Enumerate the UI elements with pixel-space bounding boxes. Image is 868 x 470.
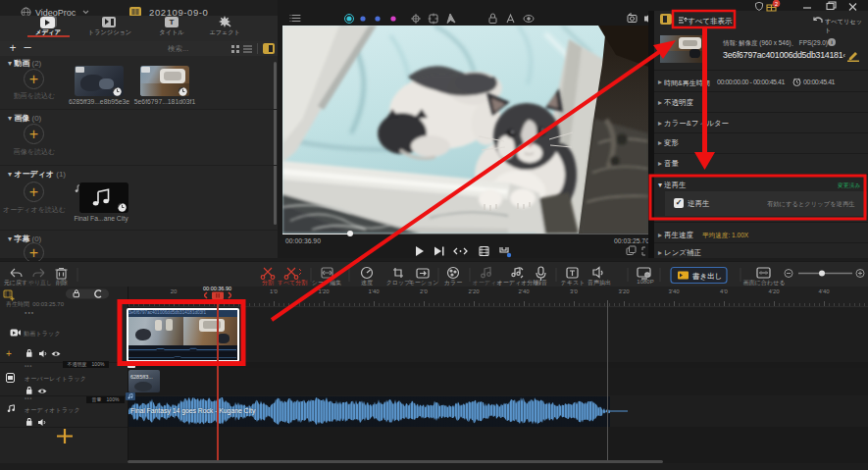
svg-text:2: 2 [775,1,778,7]
svg-text:書き出し: 書き出し [692,272,722,281]
